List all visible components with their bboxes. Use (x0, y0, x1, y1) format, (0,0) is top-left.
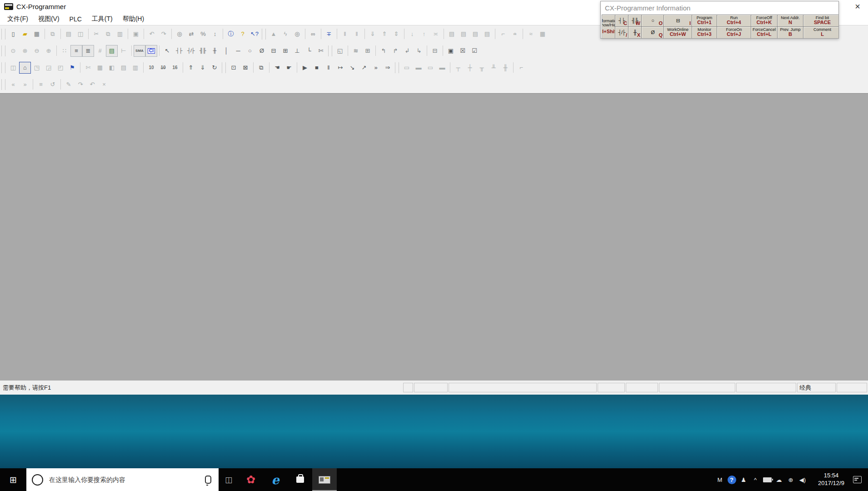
shortcut-force-cancel[interactable]: ForceCancelCtrl+L (751, 27, 778, 39)
context-help-button[interactable]: ↖? (249, 28, 260, 40)
line-corner-button[interactable]: └ (303, 45, 315, 57)
shortcut-mode-monitor[interactable]: MonitorCtrl+3 (692, 27, 717, 39)
memory-window-button[interactable]: ▦ (94, 62, 106, 74)
show-rung-annotations-button[interactable]: ≣ (82, 45, 94, 57)
replace-button[interactable]: ⇄ (185, 28, 197, 40)
shortcut-new-or-contact[interactable]: ╢╟W (629, 15, 642, 27)
force-refresh-button[interactable]: ↻ (209, 62, 220, 74)
cut-button[interactable]: ✂ (90, 28, 102, 40)
network-junction-4-button[interactable]: ╨ (488, 62, 499, 74)
differential-up-button[interactable]: ⇑ (185, 62, 197, 74)
data-window-button[interactable]: ▥ (130, 62, 141, 74)
show-grid-button[interactable]: ∷ (59, 45, 70, 57)
prev-rung-comment-button[interactable]: ↰ (378, 45, 389, 57)
compare-with-plc-button[interactable]: ⇕ (390, 28, 402, 40)
toggle-project-workspace-button[interactable]: ⌂ (19, 62, 31, 74)
tray-chevron-icon[interactable]: ^ (749, 468, 761, 491)
data-trace-button[interactable]: ≈ (525, 28, 537, 40)
menu-item-1[interactable]: 文件(F) (3, 14, 33, 25)
menu-item-4[interactable]: 工具(T) (87, 14, 117, 25)
microphone-icon[interactable] (205, 476, 211, 484)
about-button[interactable]: ⓘ (225, 28, 237, 40)
shortcut-force-off[interactable]: ForceOffCtrl+K (751, 15, 778, 27)
undo-button[interactable]: ↶ (146, 28, 158, 40)
monitor-decimal-button[interactable]: 10 (145, 62, 157, 74)
close-icon[interactable]: × (851, 0, 864, 13)
delete-line-button[interactable]: ✄ (315, 45, 327, 57)
symbol-verify-window-button[interactable]: ☑ (469, 45, 480, 57)
sim-step-out-button[interactable]: ↗ (358, 62, 370, 74)
program-check-button[interactable]: ϟ (279, 28, 291, 40)
new-vertical-instruction-button[interactable]: ⊞ (279, 45, 291, 57)
toolbar-grip[interactable] (395, 62, 399, 73)
partial-upload-button[interactable]: ↑ (418, 28, 430, 40)
app-edge-button[interactable]: e (263, 468, 288, 491)
local-symbols-window-button[interactable]: ▣ (445, 45, 457, 57)
network-segment-4-button[interactable]: ▬ (436, 62, 448, 74)
menu-item-2[interactable]: 视图(V) (34, 14, 64, 25)
pause-at-cursor-button[interactable]: ☛ (283, 62, 295, 74)
show-comments-button[interactable]: ≡ (70, 45, 82, 57)
show-tree-button[interactable]: ⊢ (118, 45, 130, 57)
copy-button[interactable]: ⧉ (102, 28, 114, 40)
shortcut-new-closed-contact[interactable]: ┤/├/ (615, 27, 629, 39)
save-button[interactable]: ▦ (31, 28, 43, 40)
toolbar-grip[interactable] (1, 62, 5, 73)
online-monitor-button[interactable]: ∓ (323, 28, 335, 40)
print-button[interactable]: ▤ (63, 28, 75, 40)
network-segment-2-button[interactable]: ▬ (413, 62, 424, 74)
insert-program-section-button[interactable]: ◱ (334, 45, 346, 57)
shortcut-mode-run[interactable]: RunCtrl+4 (717, 15, 751, 27)
network-junction-2-button[interactable]: ┼ (464, 62, 476, 74)
partial-download-button[interactable]: ↓ (406, 28, 418, 40)
app-red-button[interactable]: ✿ (239, 468, 263, 491)
new-or-contact-button[interactable]: ╢╟ (197, 45, 209, 57)
action-center-icon[interactable] (853, 476, 862, 483)
plc-settings-window-button[interactable]: ◧ (106, 62, 118, 74)
paste-special-button[interactable]: ▣ (130, 28, 142, 40)
find-bit-address-button[interactable]: % (197, 28, 209, 40)
help-contents-button[interactable]: ? (237, 28, 249, 40)
io-table-window-button[interactable]: ✄ (82, 62, 94, 74)
browse-symbols-button[interactable]: ⊟ (429, 45, 441, 57)
undo-rung-edit-button[interactable]: ↶ (86, 79, 98, 90)
cross-reference-window-button[interactable]: ◰ (55, 62, 66, 74)
simulator-online-button[interactable]: ⊡ (228, 62, 239, 74)
toolbar-grip[interactable] (262, 29, 266, 40)
task-view-button[interactable]: ◫ (219, 468, 239, 491)
io-comment-window-button[interactable]: ▤ (118, 62, 130, 74)
paste-button[interactable]: ▥ (114, 28, 126, 40)
zoom-tool-button[interactable]: ⊙ (7, 45, 19, 57)
output-window-button[interactable]: ◳ (31, 62, 43, 74)
function-block-library-button[interactable]: ≋ (350, 45, 362, 57)
shortcut-find-bit[interactable]: Find bitSPACE (803, 15, 839, 27)
zoom-out-button[interactable]: ⊖ (31, 45, 43, 57)
shortcut-new-closed-or-contact[interactable]: ╫X (629, 27, 642, 39)
next-rung-comment-button[interactable]: ↱ (389, 45, 401, 57)
align-rungs-button[interactable]: ≡ (35, 79, 47, 90)
sim-run-button[interactable]: ▶ (299, 62, 311, 74)
shortcut-mode-program[interactable]: ProgramCtrl+1 (692, 15, 717, 27)
new-or-closed-contact-button[interactable]: ╫ (209, 45, 220, 57)
redo-rung-edit-button[interactable]: ↷ (75, 79, 86, 90)
zoom-in-button[interactable]: ⊕ (43, 45, 55, 57)
sim-step-in-button[interactable]: ↘ (346, 62, 358, 74)
sim-step-run-button[interactable]: ↦ (334, 62, 346, 74)
tray-volume-icon[interactable]: ◀) (797, 468, 808, 491)
shortcut-comment[interactable]: CommentL (803, 27, 839, 39)
invert-instruction-button[interactable]: ⊥ (291, 45, 303, 57)
shortcut-new-instruction[interactable]: ⊟I (664, 15, 692, 27)
tray-people-icon[interactable]: ♟ (738, 468, 749, 491)
shortcut-new-closed-coil[interactable]: ØQ (642, 27, 664, 39)
app-store-button[interactable] (288, 468, 312, 491)
prev-jump-point-button[interactable]: ↲ (401, 45, 413, 57)
sim-continuous-run-button[interactable]: » (370, 62, 382, 74)
open-file-button[interactable]: ▰ (19, 28, 31, 40)
sim-run-to-end-button[interactable]: ⇒ (382, 62, 394, 74)
mode-monitor-button[interactable]: ▤ (469, 28, 481, 40)
app-cx-programmer-button[interactable] (312, 468, 337, 491)
step-trace-button[interactable]: ⌐ (497, 28, 509, 40)
edit-rung-comment-button[interactable]: ✎ (63, 79, 75, 90)
new-closed-contact-button[interactable]: ┤/├ (185, 45, 197, 57)
show-io-comment-button[interactable]: # (94, 45, 106, 57)
